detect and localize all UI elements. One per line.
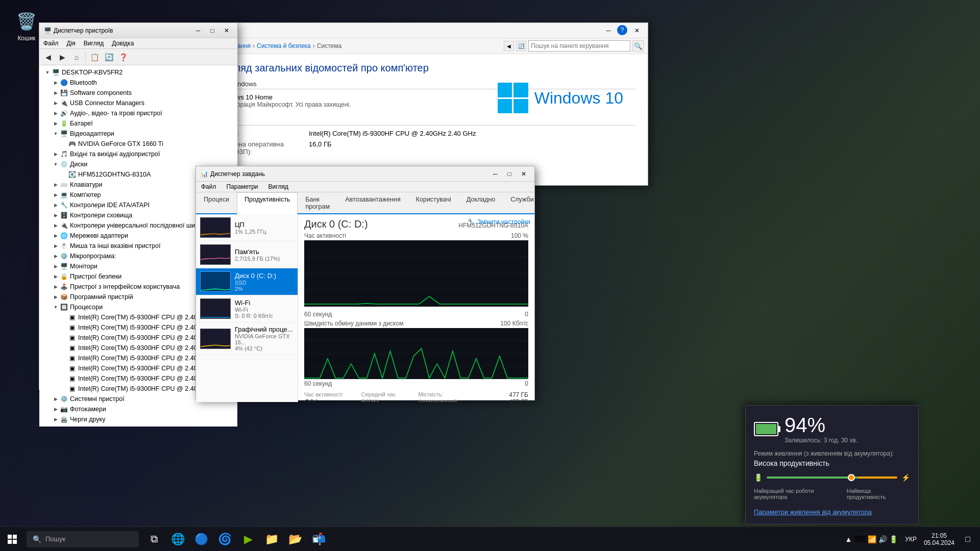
dm-maximize-button[interactable]: □ — [206, 25, 219, 36]
taskbar-edge-2[interactable]: 🔵 — [190, 528, 212, 550]
tray-battery-icon[interactable]: 🔋 — [889, 535, 898, 543]
tab-services[interactable]: Служби — [503, 192, 541, 213]
audio-label: Аудіо-, відео- та ігрові пристрої — [70, 110, 162, 117]
help-button[interactable]: ? — [617, 25, 627, 35]
search-button[interactable]: 🔍 — [632, 40, 644, 52]
tree-item-audio[interactable]: ▶ 🔊 Аудіо-, відео- та ігрові пристрої — [39, 108, 237, 118]
taskbar-search[interactable]: 🔍 Пошук — [27, 531, 139, 547]
dm-refresh-button[interactable]: 🔄 — [102, 51, 115, 64]
expand-audio-io[interactable]: ▶ — [52, 150, 60, 158]
tm-menu-view[interactable]: Вигляд — [263, 182, 293, 192]
expand-security[interactable]: ▶ — [52, 272, 60, 281]
sidebar-item-disk[interactable]: Диск 0 (C: D:) SSD 2% — [196, 268, 298, 295]
settings-link[interactable]: 🔧 Змінити настройки — [468, 218, 530, 226]
tm-menu-params[interactable]: Параметри — [222, 182, 263, 192]
taskbar-edge-3[interactable]: 🌀 — [213, 528, 236, 550]
sidebar-item-cpu[interactable]: ЦП 1% 1,25 ГГц — [196, 214, 298, 241]
ide-label: Контролери IDE ATA/ATAPI — [70, 202, 150, 209]
tree-item-display[interactable]: ▼ 🖥️ Відеоадаптери — [39, 129, 237, 139]
dm-minimize-button[interactable]: ─ — [191, 25, 205, 36]
tray-icon-1[interactable]: ▲ — [845, 535, 852, 543]
expand-camera[interactable]: ▶ — [52, 405, 60, 413]
expand-ide[interactable]: ▶ — [52, 201, 60, 209]
dm-forward-button[interactable]: ▶ — [56, 51, 69, 64]
dm-menu-file[interactable]: Файл — [39, 38, 63, 48]
dm-help-button[interactable]: ❓ — [116, 51, 130, 64]
tm-close-button[interactable]: ✕ — [517, 168, 530, 180]
dm-close-button[interactable]: ✕ — [220, 25, 233, 36]
tab-startup[interactable]: Автозавантаження — [337, 192, 408, 213]
tree-item-gpu[interactable]: ▶ 🎮 NVIDIA GeForce GTX 1660 Ti — [39, 139, 237, 149]
sys-close-button[interactable]: ✕ — [630, 25, 644, 36]
tab-details[interactable]: Докладно — [459, 192, 503, 213]
tab-processes[interactable]: Процеси — [196, 192, 237, 213]
expand-print[interactable]: ▶ — [52, 415, 60, 423]
dm-menu-view[interactable]: Вигляд — [80, 38, 108, 48]
expand-audio[interactable]: ▶ — [52, 109, 60, 117]
language-indicator[interactable]: УКР — [903, 536, 919, 543]
taskbar-app-6[interactable]: 📬 — [307, 528, 330, 550]
dm-back-button[interactable]: ◀ — [41, 51, 55, 64]
expand-monitors[interactable]: ▶ — [52, 262, 60, 270]
expand-system-devices[interactable]: ▶ — [52, 395, 60, 403]
sidebar-item-memory[interactable]: Пам'ять 2,7/15,9 ГБ (17%) — [196, 241, 298, 268]
expand-display[interactable]: ▼ — [52, 130, 60, 138]
recycle-bin-icon[interactable]: 🗑️ Кошик — [10, 10, 43, 42]
nav-refresh-button[interactable]: 🔄 — [516, 41, 526, 51]
sys-minimize-button[interactable]: ─ — [602, 25, 615, 36]
tm-maximize-button[interactable]: □ — [503, 168, 516, 180]
dm-menu-help[interactable]: Довідка — [108, 38, 138, 48]
expand-firmware[interactable]: ▶ — [52, 252, 60, 260]
expand-computer[interactable]: ▶ — [52, 191, 60, 199]
sidebar-item-wifi[interactable]: Wi-Fi Wi-Fi S: 0 R: 0 Кбіт/с — [196, 295, 298, 322]
tab-app-history[interactable]: Банк програм — [298, 192, 337, 213]
system-titlebar: Система ─ □ ✕ — [194, 23, 648, 38]
taskbar-taskview[interactable]: ⧉ — [143, 528, 165, 550]
start-button[interactable] — [0, 527, 24, 552]
search-input[interactable] — [528, 40, 630, 52]
nav-back-button[interactable]: ◀ — [504, 41, 514, 51]
expand-cpu[interactable]: ▼ — [52, 303, 60, 311]
tree-item-battery[interactable]: ▶ 🔋 Батареї — [39, 118, 237, 129]
taskbar-app-5[interactable]: 📂 — [284, 528, 306, 550]
tray-volume-icon[interactable]: 🔊 — [878, 535, 887, 543]
tree-item-camera[interactable]: ▶ 📷 Фотокамери — [39, 404, 237, 414]
taskbar-nvidia[interactable]: ▶ — [237, 528, 259, 550]
tree-item-root[interactable]: ▼ 🖥️ DESKTOP-KBV5FR2 — [39, 67, 237, 78]
dm-properties-button[interactable]: 📋 — [88, 51, 101, 64]
expand-network[interactable]: ▶ — [52, 232, 60, 240]
expand-mouse[interactable]: ▶ — [52, 242, 60, 250]
tab-performance[interactable]: Продуктивність — [237, 192, 298, 214]
sidebar-item-gpu[interactable]: Графічний проце... NVIDIA GeForce GTX 16… — [196, 322, 298, 355]
battery-settings-link[interactable]: Параметри живлення від акумулятора — [754, 508, 910, 516]
dm-home-button[interactable]: ⌂ — [70, 51, 83, 64]
expand-root[interactable]: ▼ — [43, 68, 52, 77]
tree-item-audio-io[interactable]: ▶ 🎵 Вхідні та вихідні аудіопристрої — [39, 149, 237, 159]
taskbar-explorer[interactable]: 📁 — [260, 528, 283, 550]
taskbar-edge-1[interactable]: 🌐 — [166, 528, 189, 550]
clock[interactable]: 21:05 05.04.2024 — [920, 532, 959, 546]
expand-bluetooth[interactable]: ▶ — [52, 79, 60, 87]
expand-usb-ctrl[interactable]: ▶ — [52, 221, 60, 230]
tree-item-software[interactable]: ▶ 💾 Software components — [39, 88, 237, 98]
expand-software[interactable]: ▶ — [52, 89, 60, 97]
tree-item-print[interactable]: ▶ 🖨️ Черги друку — [39, 414, 237, 424]
expand-disk[interactable]: ▼ — [52, 160, 60, 168]
tray-keyboard-icon[interactable]: ⌨ — [854, 534, 866, 544]
expand-usb[interactable]: ▶ — [52, 99, 60, 107]
expand-storage[interactable]: ▶ — [52, 211, 60, 219]
tab-users[interactable]: Користувачі — [408, 192, 459, 213]
tm-minimize-button[interactable]: ─ — [488, 168, 502, 180]
wifi-sidebar-detail: Wi-Fi — [235, 307, 273, 313]
expand-keyboard[interactable]: ▶ — [52, 181, 60, 189]
expand-battery[interactable]: ▶ — [52, 119, 60, 128]
tree-item-bluetooth[interactable]: ▶ 🔵 Bluetooth — [39, 78, 237, 88]
notification-button[interactable]: □ — [960, 528, 976, 550]
tray-wifi-icon[interactable]: 📶 — [868, 535, 876, 543]
tm-menu-file[interactable]: Файл — [196, 182, 222, 192]
dm-menu-action[interactable]: Дія — [63, 38, 80, 48]
expand-hid[interactable]: ▶ — [52, 283, 60, 291]
breadcrumb-item-2[interactable]: Система й безпека — [257, 42, 311, 49]
expand-software-dev[interactable]: ▶ — [52, 293, 60, 301]
tree-item-usb[interactable]: ▶ 🔌 USB Connector Managers — [39, 98, 237, 108]
